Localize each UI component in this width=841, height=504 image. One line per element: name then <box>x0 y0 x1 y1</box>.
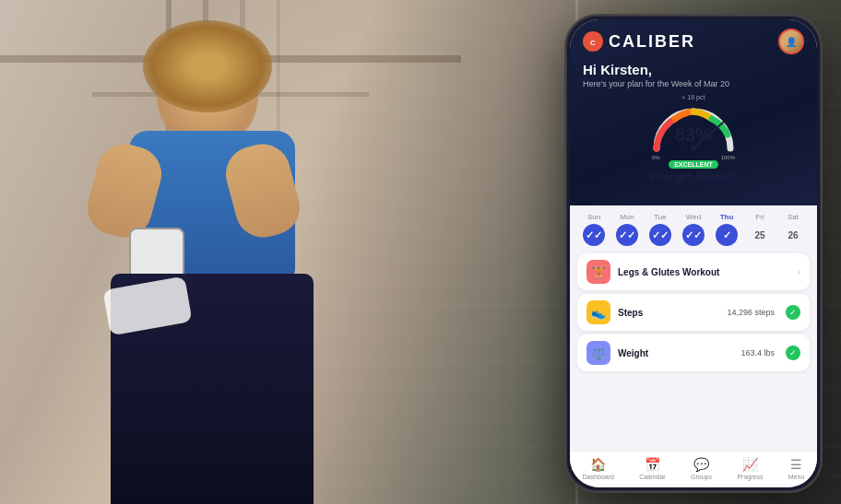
activity-name: Steps <box>618 308 719 318</box>
day-number: 25 <box>749 224 771 246</box>
chevron-right-icon: › <box>797 265 800 278</box>
nav-item-dashboard[interactable]: 🏠Dashboard <box>583 457 614 480</box>
bottom-nav: 🏠Dashboard📅Calendar💬Groups📈Progress☰Menu <box>570 451 817 487</box>
day-label: Fri <box>755 213 764 221</box>
strength-gauge: ≈ 18 pct <box>583 88 804 187</box>
nav-icon: 📅 <box>645 457 660 472</box>
svg-point-3 <box>691 146 696 151</box>
day-label: Sat <box>788 213 799 221</box>
app-name: CALIBER <box>609 32 695 52</box>
day-number: ✓ <box>649 224 671 246</box>
activity-item[interactable]: ⚖️Weight163.4 lbs✓ <box>577 334 810 371</box>
nav-icon: 📈 <box>742 457 758 472</box>
day-number: 26 <box>782 224 804 246</box>
phone-screen: C CALIBER 👤 Hi Kirsten, Here's your plan… <box>570 19 817 487</box>
nav-label: Menu <box>788 474 805 480</box>
day-label: Mon <box>620 213 634 221</box>
activity-icon: ⚖️ <box>586 341 610 365</box>
nav-label: Calendar <box>639 474 665 480</box>
day-number: ✓ <box>616 224 638 246</box>
gauge-label-top: ≈ 18 pct <box>682 94 705 100</box>
calendar-strip: Sun✓Mon✓Tue✓Wed✓Thu✓Fri25Sat26 <box>570 205 817 250</box>
nav-icon: 🏠 <box>590 457 606 472</box>
activity-name: Legs & Glutes Workout <box>618 267 789 277</box>
activity-item[interactable]: 👟Steps14,296 steps✓ <box>577 294 810 331</box>
calendar-day[interactable]: Sun✓ <box>583 213 605 246</box>
user-avatar[interactable]: 👤 <box>778 29 804 54</box>
caliber-logo-icon: C <box>583 31 603 52</box>
day-number: ✓ <box>682 224 705 246</box>
nav-icon: ☰ <box>790 457 802 472</box>
nav-label: Dashboard <box>583 474 614 480</box>
nav-label: Groups <box>691 474 712 480</box>
day-number: ✓ <box>716 224 738 246</box>
nav-label: Progress <box>737 474 763 480</box>
gauge-visual: 83% <box>647 102 740 153</box>
activity-item[interactable]: 🏋️Legs & Glutes Workout› <box>577 253 810 290</box>
svg-text:C: C <box>590 39 596 47</box>
calendar-day[interactable]: Fri25 <box>749 213 771 246</box>
check-icon: ✓ <box>786 346 800 360</box>
plan-subtitle: Here's your plan for the Week of Mar 20 <box>583 79 804 88</box>
nav-item-calendar[interactable]: 📅Calendar <box>639 457 665 480</box>
gauge-percentage: 83% <box>675 124 712 146</box>
phone-mockup: C CALIBER 👤 Hi Kirsten, Here's your plan… <box>564 14 823 493</box>
activity-list: 🏋️Legs & Glutes Workout›👟Steps14,296 ste… <box>570 250 817 451</box>
nav-item-menu[interactable]: ☰Menu <box>788 457 805 480</box>
gauge-badge: EXCELLENT <box>669 160 718 169</box>
activity-name: Weight <box>618 348 733 358</box>
activity-icon: 👟 <box>586 300 610 324</box>
gauge-max: 100% <box>721 155 735 160</box>
logo-area: C CALIBER <box>583 31 695 52</box>
nav-item-progress[interactable]: 📈Progress <box>737 457 763 480</box>
day-label: Wed <box>686 213 701 221</box>
activity-value: 14,296 steps <box>727 308 775 317</box>
app-header: C CALIBER 👤 Hi Kirsten, Here's your plan… <box>570 19 817 205</box>
activity-icon: 🏋️ <box>586 260 610 284</box>
nav-icon: 💬 <box>693 457 709 472</box>
day-label: Sun <box>587 213 600 221</box>
calendar-day[interactable]: Sat26 <box>782 213 804 246</box>
day-label: Tue <box>654 213 667 221</box>
calendar-day[interactable]: Mon✓ <box>616 213 638 246</box>
nav-item-groups[interactable]: 💬Groups <box>691 457 712 480</box>
activity-value: 163.4 lbs <box>740 348 775 357</box>
phone-frame: C CALIBER 👤 Hi Kirsten, Here's your plan… <box>564 14 823 493</box>
gauge-title: Strength Balance <box>648 170 740 183</box>
day-label: Thu <box>720 213 734 221</box>
day-number: ✓ <box>583 224 605 246</box>
calendar-day[interactable]: Thu✓ <box>716 213 738 246</box>
check-icon: ✓ <box>786 305 800 320</box>
greeting: Hi Kirsten, <box>583 62 804 77</box>
calendar-day[interactable]: Wed✓ <box>682 213 705 246</box>
gauge-min: 0% <box>652 155 660 160</box>
calendar-day[interactable]: Tue✓ <box>649 213 671 246</box>
